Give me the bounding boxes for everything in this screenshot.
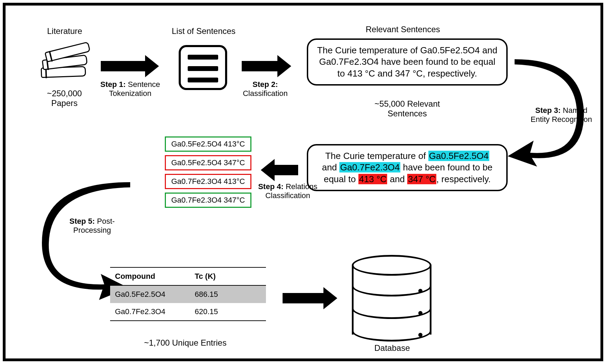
table-count: ~1,700 Unique Entries	[144, 338, 226, 348]
ner-compound-1: Ga0.5Fe2.5O4	[428, 151, 489, 161]
step3-bold: Step 3:	[535, 106, 561, 115]
relevant-title: Relevant Sentences	[366, 25, 440, 34]
step5-bold: Step 5:	[70, 217, 95, 225]
arrow-icon	[101, 61, 146, 71]
cell-tc: 620.15	[195, 307, 261, 316]
col-compound: Compound	[115, 272, 195, 281]
step4-bold: Step 4:	[258, 182, 283, 191]
ner-sentence-box: The Curie temperature of Ga0.5Fe2.5O4 an…	[307, 144, 508, 191]
relevant-count: ~55,000 Relevant Sentences	[366, 99, 449, 118]
diagram-frame: Literature ~250,000 Papers Step 1: Sente…	[3, 3, 603, 361]
ner-compound-2: Ga0.7Fe2.3O4	[339, 162, 400, 172]
arrow-icon	[274, 165, 298, 175]
step2-label: Step 2: Classification	[234, 80, 296, 98]
relation-pair-valid: Ga0.7Fe2.3O4 347°C	[165, 193, 251, 208]
ner-value-1: 413 °C	[358, 174, 387, 184]
step2-bold: Step 2:	[252, 80, 278, 89]
list-icon	[179, 45, 227, 90]
relevant-sentence-text: The Curie temperature of Ga0.5Fe2.5O4 an…	[317, 45, 497, 79]
cell-compound: Ga0.5Fe2.5O4	[115, 290, 195, 299]
database-icon	[352, 255, 431, 338]
relevant-sentence-box: The Curie temperature of Ga0.5Fe2.5O4 an…	[307, 38, 508, 86]
arrow-icon	[242, 61, 278, 71]
literature-count: ~250,000 Papers	[37, 89, 92, 108]
table-header: Compound Tc (K)	[110, 268, 266, 285]
books-icon	[40, 45, 89, 83]
table-row: Ga0.5Fe2.5O4 686.15	[110, 286, 266, 303]
ner-mid3: and	[387, 174, 407, 184]
col-tc: Tc (K)	[195, 272, 261, 281]
cell-compound: Ga0.7Fe2.3O4	[115, 307, 195, 316]
ner-suffix: , respectively.	[436, 174, 491, 184]
ner-prefix: The Curie temperature of	[325, 151, 428, 161]
relation-pair-valid: Ga0.5Fe2.5O4 413°C	[165, 136, 251, 152]
relation-pairs: Ga0.5Fe2.5O4 413°C Ga0.5Fe2.5O4 347°C Ga…	[165, 136, 251, 211]
relation-pair-invalid: Ga0.7Fe2.3O4 413°C	[165, 174, 251, 189]
list-title: List of Sentences	[172, 26, 235, 36]
results-table: Compound Tc (K) Ga0.5Fe2.5O4 686.15 Ga0.…	[110, 267, 266, 321]
ner-value-2: 347 °C	[407, 174, 436, 184]
cell-tc: 686.15	[195, 290, 261, 299]
step1-label: Step 1: Sentence Tokenization	[96, 80, 165, 98]
step2-text: Classification	[243, 89, 288, 98]
database-title: Database	[374, 343, 410, 353]
table-row: Ga0.7Fe2.3O4 620.15	[110, 303, 266, 320]
step4-label: Step 4: Relations Classification	[255, 182, 321, 201]
relation-pair-invalid: Ga0.5Fe2.5O4 347°C	[165, 155, 251, 170]
step5-label: Step 5: Post-Processing	[64, 217, 120, 235]
arrow-icon	[283, 293, 324, 303]
step1-bold: Step 1:	[100, 80, 126, 89]
literature-title: Literature	[47, 26, 82, 36]
ner-mid1: and	[322, 162, 340, 172]
step3-label: Step 3: Named Entity Recognition	[528, 106, 594, 124]
